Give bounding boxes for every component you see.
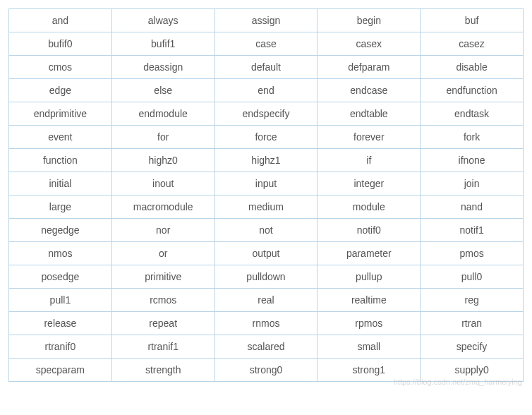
table-cell: highz1 xyxy=(214,149,318,172)
table-cell: repeat xyxy=(111,312,214,335)
table-row: cmosdeassigndefaultdefparamdisable xyxy=(9,56,524,79)
table-cell: for xyxy=(111,126,214,149)
table-cell: posedge xyxy=(9,265,112,289)
table-cell: rtran xyxy=(421,312,524,335)
table-row: largemacromodulemediummodulenand xyxy=(9,196,524,219)
table-cell: forever xyxy=(318,126,421,149)
table-cell: rtranif1 xyxy=(111,335,214,359)
table-cell: supply0 xyxy=(421,359,524,382)
table-row: edgeelseendendcaseendfunction xyxy=(9,79,524,102)
table-row: releaserepeatrnmosrpmosrtran xyxy=(9,312,524,335)
table-cell: endtask xyxy=(421,102,524,126)
table-cell: rcmos xyxy=(111,289,214,312)
table-cell: specify xyxy=(421,335,524,359)
table-row: specparamstrengthstrong0strong1supply0 xyxy=(9,359,524,382)
table-row: eventforforceforeverfork xyxy=(9,126,524,149)
table-cell: pullup xyxy=(318,265,421,289)
table-cell: and xyxy=(9,9,112,32)
table-cell: cmos xyxy=(9,56,112,79)
table-cell: defparam xyxy=(318,56,421,79)
table-cell: begin xyxy=(318,9,421,32)
table-cell: not xyxy=(214,219,318,242)
table-cell: medium xyxy=(214,196,318,219)
table-cell: pull0 xyxy=(421,265,524,289)
table-cell: event xyxy=(9,126,112,149)
table-cell: rnmos xyxy=(214,312,318,335)
table-cell: nmos xyxy=(9,242,112,265)
table-cell: bufif1 xyxy=(111,32,214,56)
table-row: initialinoutinputintegerjoin xyxy=(9,172,524,196)
table-cell: pull1 xyxy=(9,289,112,312)
table-cell: fork xyxy=(421,126,524,149)
table-cell: negedge xyxy=(9,219,112,242)
table-cell: rpmos xyxy=(318,312,421,335)
table-cell: function xyxy=(9,149,112,172)
table-cell: inout xyxy=(111,172,214,196)
table-row: endprimitiveendmoduleendspecifyendtablee… xyxy=(9,102,524,126)
table-row: bufif0bufif1casecasexcasez xyxy=(9,32,524,56)
table-cell: strong0 xyxy=(214,359,318,382)
table-cell: edge xyxy=(9,79,112,102)
table-cell: or xyxy=(111,242,214,265)
table-row: negedgenornotnotif0notif1 xyxy=(9,219,524,242)
table-cell: highz0 xyxy=(111,149,214,172)
table-cell: initial xyxy=(9,172,112,196)
table-cell: integer xyxy=(318,172,421,196)
table-cell: default xyxy=(214,56,318,79)
table-cell: release xyxy=(9,312,112,335)
table-cell: pulldown xyxy=(214,265,318,289)
table-cell: strong1 xyxy=(318,359,421,382)
table-cell: endtable xyxy=(318,102,421,126)
table-cell: pmos xyxy=(421,242,524,265)
table-cell: notif1 xyxy=(421,219,524,242)
table-cell: scalared xyxy=(214,335,318,359)
table-cell: endcase xyxy=(318,79,421,102)
table-cell: primitive xyxy=(111,265,214,289)
table-cell: ifnone xyxy=(421,149,524,172)
table-cell: strength xyxy=(111,359,214,382)
table-cell: specparam xyxy=(9,359,112,382)
table-cell: force xyxy=(214,126,318,149)
table-cell: small xyxy=(318,335,421,359)
table-cell: notif0 xyxy=(318,219,421,242)
keywords-table: andalwaysassignbeginbufbufif0bufif1casec… xyxy=(8,8,524,382)
table-cell: end xyxy=(214,79,318,102)
table-cell: case xyxy=(214,32,318,56)
table-row: functionhighz0highz1ififnone xyxy=(9,149,524,172)
table-cell: casez xyxy=(421,32,524,56)
table-row: rtranif0rtranif1scalaredsmallspecify xyxy=(9,335,524,359)
table-cell: macromodule xyxy=(111,196,214,219)
table-cell: rtranif0 xyxy=(9,335,112,359)
table-cell: endspecify xyxy=(214,102,318,126)
table-cell: bufif0 xyxy=(9,32,112,56)
table-cell: endprimitive xyxy=(9,102,112,126)
table-cell: join xyxy=(421,172,524,196)
table-cell: buf xyxy=(421,9,524,32)
table-cell: nor xyxy=(111,219,214,242)
table-cell: else xyxy=(111,79,214,102)
table-cell: assign xyxy=(214,9,318,32)
table-cell: if xyxy=(318,149,421,172)
table-row: posedgeprimitivepulldownpulluppull0 xyxy=(9,265,524,289)
table-body: andalwaysassignbeginbufbufif0bufif1casec… xyxy=(9,9,524,382)
table-cell: nand xyxy=(421,196,524,219)
table-cell: module xyxy=(318,196,421,219)
table-cell: always xyxy=(111,9,214,32)
table-cell: realtime xyxy=(318,289,421,312)
table-cell: real xyxy=(214,289,318,312)
table-cell: deassign xyxy=(111,56,214,79)
table-cell: casex xyxy=(318,32,421,56)
table-row: pull1rcmosrealrealtimereg xyxy=(9,289,524,312)
table-cell: reg xyxy=(421,289,524,312)
table-cell: large xyxy=(9,196,112,219)
table-cell: endfunction xyxy=(421,79,524,102)
table-row: nmosoroutputparameterpmos xyxy=(9,242,524,265)
table-cell: output xyxy=(214,242,318,265)
table-cell: parameter xyxy=(318,242,421,265)
table-cell: endmodule xyxy=(111,102,214,126)
table-row: andalwaysassignbeginbuf xyxy=(9,9,524,32)
table-cell: disable xyxy=(421,56,524,79)
table-cell: input xyxy=(214,172,318,196)
